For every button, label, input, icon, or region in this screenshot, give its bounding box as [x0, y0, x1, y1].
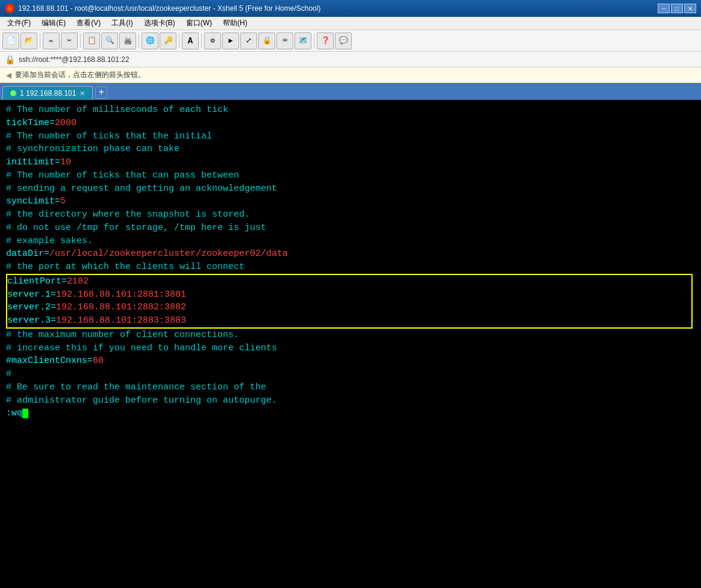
tb-key[interactable]: 🔑 — [160, 32, 176, 49]
line-5: initLimit=10 — [6, 156, 695, 169]
line-18: # Be sure to read the maintenance sectio… — [6, 381, 695, 394]
tb-globe[interactable]: 🌐 — [142, 32, 158, 49]
line-4: # synchronization phase can take — [6, 143, 695, 156]
connection-status-icon — [10, 90, 16, 96]
command-line: :wq — [6, 407, 695, 420]
add-tab-button[interactable]: + — [95, 87, 107, 99]
menu-edit[interactable]: 编辑(E) — [37, 17, 70, 29]
terminal-content[interactable]: # The number of milliseconds of each tic… — [0, 100, 701, 588]
menu-tools[interactable]: 工具(I) — [107, 17, 137, 29]
address-bar: 🔒 ssh://root:****@192.168.88.101:22 — [0, 52, 701, 67]
tb-edit2[interactable]: ✂️ — [61, 32, 78, 49]
line-12: dataDir=/usr/local/zookeepercluster/zook… — [6, 247, 695, 261]
line-11: # example sakes. — [6, 235, 695, 248]
menu-bar: 文件(F) 编辑(E) 查看(V) 工具(I) 选项卡(B) 窗口(W) 帮助(… — [0, 17, 701, 30]
line-15: # increase this if you need to handle mo… — [6, 342, 695, 355]
line-8: syncLimit=5 — [6, 195, 695, 208]
tab-label: 1 192.168.88.101 — [20, 89, 76, 97]
menu-help[interactable]: 帮助(H) — [218, 17, 252, 29]
tb-copy[interactable]: 📋 — [83, 32, 100, 49]
line-14: # the maximum number of client connectio… — [6, 329, 695, 342]
hl-line-3: server.2=192.168.88.101:2882:3882 — [7, 301, 691, 314]
line-13: # the port at which the clients will con… — [6, 261, 695, 274]
tb-lock[interactable]: 🔒 — [258, 32, 275, 49]
menu-view[interactable]: 查看(V) — [72, 17, 105, 29]
tb-play[interactable]: ▶ — [222, 32, 239, 49]
cursor — [22, 409, 28, 418]
tb-kbd[interactable]: ⌨️ — [276, 32, 293, 49]
line-3: # The number of ticks that the initial — [6, 130, 695, 143]
line-19: # administrator guide before turning on … — [6, 394, 695, 407]
tb-open[interactable]: 📂 — [20, 32, 37, 49]
tb-sep6 — [314, 34, 314, 48]
app-favicon — [5, 4, 14, 13]
tb-sep1 — [40, 34, 40, 48]
line-10: # do not use /tmp for storage, /tmp here… — [6, 221, 695, 235]
close-button[interactable]: ✕ — [684, 4, 696, 13]
tb-font[interactable]: A — [182, 32, 199, 49]
tb-new[interactable]: 📄 — [2, 32, 19, 49]
tb-map[interactable]: 🗺️ — [294, 32, 311, 49]
tb-sep5 — [201, 34, 202, 48]
line-9: # the directory where the snapshot is st… — [6, 208, 695, 221]
maximize-button[interactable]: □ — [671, 4, 683, 13]
tb-sep4 — [179, 34, 179, 48]
menu-tab[interactable]: 选项卡(B) — [139, 17, 180, 29]
window-controls: ─ □ ✕ — [658, 4, 696, 13]
line-6: # The number of ticks that can pass betw… — [6, 169, 695, 182]
toolbar: 📄 📂 ✏️ ✂️ 📋 🔍 🖨️ 🌐 🔑 A ⚙️ ▶ ⤢ 🔒 ⌨️ 🗺️ ❓ … — [0, 30, 701, 52]
cmd-text: :wq — [6, 407, 22, 420]
tab-bar: 1 192.168.88.101 ✕ + — [0, 83, 701, 100]
hl-line-4: server.3=192.168.88.101:2883:3883 — [7, 314, 691, 327]
menu-window[interactable]: 窗口(W) — [181, 17, 217, 29]
tab-session-1[interactable]: 1 192.168.88.101 ✕ — [2, 86, 93, 100]
address-text: ssh://root:****@192.168.88.101:22 — [19, 55, 129, 64]
info-text: 要添加当前会话，点击左侧的箭头按钮。 — [15, 70, 145, 80]
tb-edit[interactable]: ✏️ — [43, 32, 60, 49]
tb-find[interactable]: 🔍 — [101, 32, 118, 49]
window-title: 192.168.88.101 - root@localhost:/usr/loc… — [18, 4, 654, 13]
tb-print[interactable]: 🖨️ — [119, 32, 136, 49]
line-1: # The number of milliseconds of each tic… — [6, 104, 695, 117]
hl-line-2: server.1=192.168.88.101:2881:3881 — [7, 288, 691, 302]
tab-close-icon[interactable]: ✕ — [79, 90, 85, 97]
minimize-button[interactable]: ─ — [658, 4, 670, 13]
line-16: #maxClientCnxns=60 — [6, 354, 695, 368]
hl-line-1: clientPort=2182 — [7, 275, 691, 288]
lock-icon: 🔒 — [5, 55, 15, 64]
menu-file[interactable]: 文件(F) — [2, 17, 36, 29]
line-17: # — [6, 368, 695, 381]
line-7: # sending a request and getting an ackno… — [6, 182, 695, 196]
title-bar: 192.168.88.101 - root@localhost:/usr/loc… — [0, 0, 701, 17]
tb-expand[interactable]: ⤢ — [240, 32, 257, 49]
highlighted-config-block: clientPort=2182 server.1=192.168.88.101:… — [6, 274, 693, 329]
tb-sep2 — [80, 34, 81, 48]
info-bar: ◀ 要添加当前会话，点击左侧的箭头按钮。 — [0, 67, 701, 83]
line-2: tickTime=2000 — [6, 117, 695, 130]
tb-msg[interactable]: 💬 — [335, 32, 352, 49]
tb-macro[interactable]: ⚙️ — [204, 32, 221, 49]
tb-help[interactable]: ❓ — [317, 32, 334, 49]
arrow-icon: ◀ — [6, 71, 11, 79]
tb-sep3 — [139, 34, 139, 48]
